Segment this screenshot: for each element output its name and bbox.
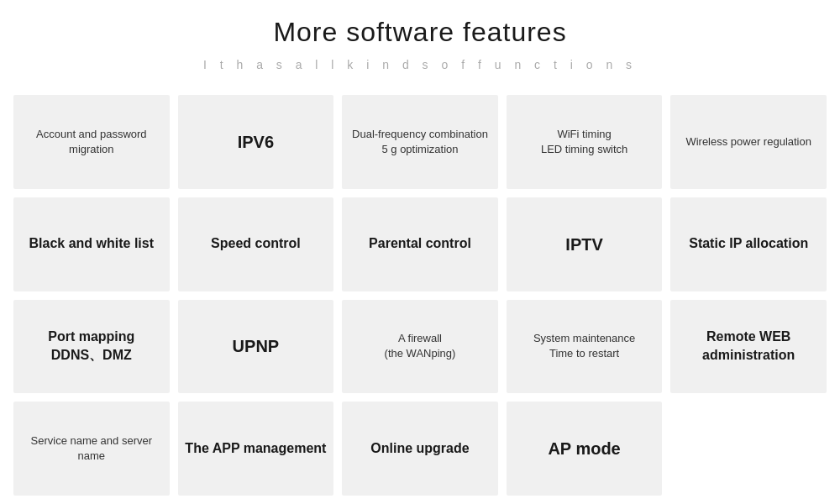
static-ip: Static IP allocation (670, 197, 827, 291)
dual-frequency: Dual-frequency combination5 g optimizati… (342, 95, 498, 189)
speed-control-label: Speed control (211, 234, 301, 253)
wifi-timing: WiFi timingLED timing switch (507, 95, 663, 189)
port-mapping: Port mappingDDNS、DMZ (13, 300, 170, 394)
firewall-label: A firewall(the WANping) (385, 331, 456, 361)
wireless-power: Wireless power regulation (670, 95, 827, 189)
wifi-timing-label: WiFi timingLED timing switch (541, 127, 627, 157)
online-upgrade-label: Online upgrade (370, 439, 469, 458)
empty-5 (670, 402, 827, 496)
system-maintenance: System maintenanceTime to restart (507, 300, 663, 394)
service-name: Service name and server name (13, 402, 170, 496)
black-white-list-label: Black and white list (29, 234, 154, 253)
ipv6: IPV6 (178, 95, 334, 189)
page-subtitle: I t h a s a l l k i n d s o f f u n c t … (203, 58, 637, 71)
ap-mode-label: AP mode (548, 437, 620, 460)
upnp-label: UPNP (233, 334, 280, 358)
port-mapping-label: Port mappingDDNS、DMZ (48, 328, 134, 365)
features-grid: Account and password migrationIPV6Dual-f… (8, 95, 832, 496)
firewall: A firewall(the WANping) (342, 300, 498, 394)
remote-web-label: Remote WEB administration (677, 328, 820, 365)
system-maintenance-label: System maintenanceTime to restart (533, 331, 635, 361)
account-password-migration: Account and password migration (13, 95, 170, 189)
ipv6-label: IPV6 (238, 130, 274, 154)
remote-web: Remote WEB administration (670, 300, 827, 394)
upnp: UPNP (178, 300, 334, 394)
app-management: The APP management (178, 402, 334, 496)
dual-frequency-label: Dual-frequency combination5 g optimizati… (352, 127, 488, 157)
service-name-label: Service name and server name (20, 433, 163, 464)
page-title: More software features (273, 17, 566, 48)
static-ip-label: Static IP allocation (689, 234, 808, 253)
speed-control: Speed control (178, 197, 334, 291)
iptv: IPTV (507, 197, 663, 291)
parental-control: Parental control (342, 197, 498, 291)
ap-mode: AP mode (507, 402, 663, 496)
page: More software features I t h a s a l l k… (0, 0, 840, 504)
account-password-migration-label: Account and password migration (20, 127, 163, 157)
iptv-label: IPTV (565, 233, 602, 256)
parental-control-label: Parental control (369, 234, 471, 253)
online-upgrade: Online upgrade (342, 402, 498, 496)
app-management-label: The APP management (185, 439, 326, 458)
black-white-list: Black and white list (13, 197, 170, 291)
wireless-power-label: Wireless power regulation (685, 134, 811, 150)
